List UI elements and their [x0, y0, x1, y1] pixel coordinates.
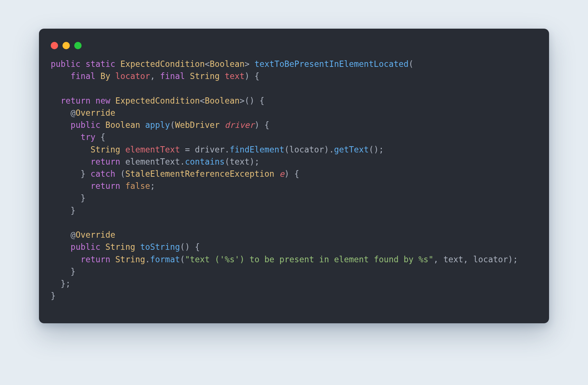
token-pun: ) {	[245, 71, 260, 81]
token-pun: @	[71, 108, 76, 118]
token-fn: toString	[140, 242, 180, 252]
token-pun: ();	[369, 145, 384, 154]
token-type: By	[100, 71, 110, 81]
token-em: driver	[225, 120, 254, 130]
token-pun: elementText.	[125, 157, 185, 166]
window-traffic-lights	[51, 42, 538, 49]
token-em: e	[279, 169, 284, 179]
token-type: String	[90, 145, 120, 154]
token-fn: textToBePresentInElementLocated	[255, 59, 409, 69]
minimize-icon[interactable]	[62, 42, 70, 49]
token-kw: public	[51, 59, 80, 69]
code-window: public static ExpectedCondition<Boolean>…	[39, 29, 549, 323]
token-type: String	[190, 71, 220, 81]
token-pun: };	[61, 279, 71, 288]
token-kw: new	[96, 96, 111, 105]
token-type: WebDriver	[175, 120, 220, 130]
token-kw: public	[71, 242, 100, 252]
token-pun: {	[96, 132, 105, 142]
token-type: Boolean	[105, 120, 140, 130]
token-pun: >() {	[240, 96, 265, 105]
token-ann: Override	[76, 230, 115, 240]
token-str: "text ('%s') to be present in element fo…	[185, 255, 433, 264]
token-pun: = driver.	[180, 145, 230, 154]
token-kw: return	[80, 255, 110, 264]
token-pun: ) {	[284, 169, 300, 179]
token-ann: Override	[76, 108, 115, 118]
token-kw: static	[86, 59, 115, 69]
token-pun: (	[409, 59, 414, 69]
token-pun: @	[71, 230, 76, 240]
token-pun: }	[71, 206, 76, 215]
page-background: public static ExpectedCondition<Boolean>…	[0, 0, 588, 385]
token-pun: () {	[180, 242, 200, 252]
token-pun: ) {	[255, 120, 270, 130]
token-kw: public	[71, 120, 100, 130]
close-icon[interactable]	[51, 42, 58, 49]
token-pun: ,	[150, 71, 160, 81]
token-pun: }	[80, 193, 86, 203]
token-type: Boolean	[205, 96, 240, 105]
token-k2: false	[125, 181, 150, 191]
token-pun: (	[180, 255, 185, 264]
code-block: public static ExpectedCondition<Boolean>…	[50, 58, 538, 302]
token-pun: >	[244, 59, 254, 69]
token-kw: return	[90, 181, 120, 191]
token-var: text	[225, 71, 244, 81]
token-type: ExpectedCondition	[120, 59, 205, 69]
token-pun: (	[170, 120, 175, 130]
zoom-icon[interactable]	[74, 42, 82, 49]
token-fn: format	[150, 255, 180, 264]
token-kw: return	[90, 157, 120, 166]
token-fn: contains	[185, 157, 225, 166]
token-fn: getText	[334, 145, 369, 154]
token-type: Boolean	[210, 59, 245, 69]
token-kw: final	[160, 71, 185, 81]
token-pun: }	[80, 169, 90, 179]
token-kw: return	[61, 96, 90, 105]
token-var: locator	[115, 71, 150, 81]
token-type: String	[115, 255, 145, 264]
token-pun: }	[51, 291, 56, 301]
token-type: ExpectedCondition	[115, 96, 200, 105]
token-fn: findElement	[230, 145, 284, 154]
token-kw: catch	[90, 169, 115, 179]
token-pun: <	[205, 59, 210, 69]
token-pun: (text);	[225, 157, 259, 166]
token-type: StaleElementReferenceException	[125, 169, 275, 179]
token-pun: (	[115, 169, 125, 179]
token-fn: apply	[145, 120, 170, 130]
token-pun: (locator).	[284, 145, 334, 154]
token-kw: final	[71, 71, 96, 81]
token-pun: }	[71, 267, 76, 276]
token-type: String	[105, 242, 135, 252]
token-pun: , text, locator);	[433, 255, 518, 264]
token-kw: try	[80, 132, 96, 142]
token-pun: .	[145, 255, 150, 264]
token-pun: <	[200, 96, 205, 105]
token-var: elementText	[125, 145, 180, 154]
token-pun: ;	[150, 181, 155, 191]
